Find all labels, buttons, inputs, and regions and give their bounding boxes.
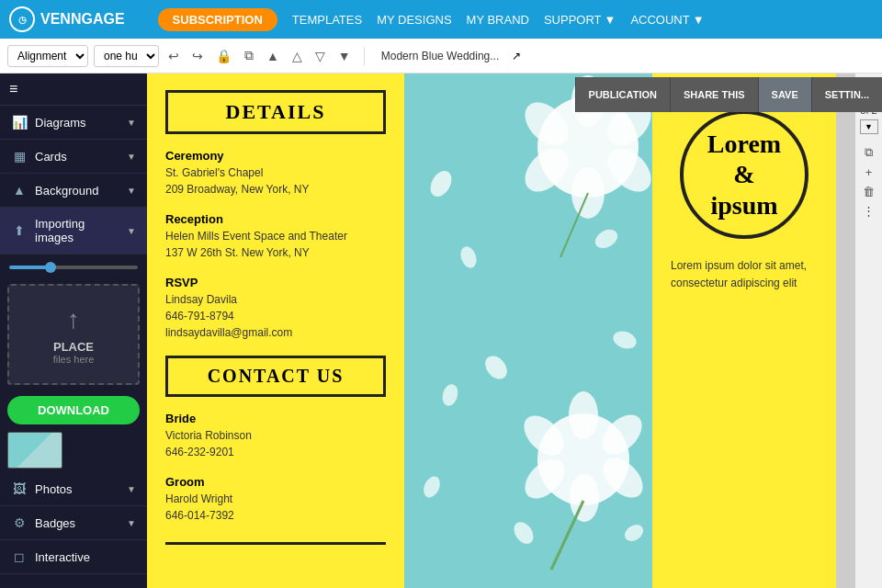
move-up-button[interactable]: ▲ [263, 47, 283, 65]
sidebar-item-interactive[interactable]: ◻ Interactive [0, 540, 147, 574]
importing-label: Importing images [35, 217, 119, 244]
canvas-area: DETAILS Ceremony St. Gabriel's Chapel 20… [147, 74, 882, 588]
sidebar-item-photos[interactable]: 🖼 Photos ▼ [0, 472, 147, 506]
importing-chevron: ▼ [127, 226, 136, 236]
copy-button[interactable]: ⧉ [241, 46, 257, 65]
importing-icon: ⬆ [11, 223, 28, 238]
download-button[interactable]: DOWNLOAD [7, 396, 140, 424]
bride-phone: 646-232-9201 [165, 444, 386, 460]
sidebar-item-background[interactable]: ▲ Background ▼ [0, 174, 147, 208]
sidebar-item-diagrams[interactable]: 📊 Diagrams ▼ [0, 106, 147, 140]
upload-arrow-icon: ↑ [67, 305, 80, 334]
more-options-button[interactable]: ⋮ [863, 204, 875, 218]
panel-yellow: DETAILS Ceremony St. Gabriel's Chapel 20… [147, 74, 404, 588]
photos-chevron: ▼ [127, 484, 136, 494]
groom-label: Groom [165, 475, 386, 489]
badges-label: Badges [35, 516, 119, 530]
undo-button[interactable]: ↩ [164, 47, 183, 65]
templates-link[interactable]: TEMPLATES [292, 13, 362, 27]
ceremony-address: 209 Broadway, New York, NY [165, 181, 386, 198]
page-tools: ⧉ + 🗑 ⋮ [863, 145, 875, 218]
zoom-slider-container [0, 254, 147, 277]
support-link[interactable]: SUPPORT ▼ [544, 13, 616, 27]
open-new-tab-icon[interactable]: ↗ [512, 50, 521, 62]
zoom-slider[interactable] [9, 266, 138, 269]
bottom-divider [165, 542, 386, 545]
page-counter: 1 out of 2 ▼ ⧉ + 🗑 ⋮ [854, 74, 882, 588]
copy-page-button[interactable]: ⧉ [865, 145, 873, 160]
account-link[interactable]: ACCOUNT ▼ [630, 13, 704, 27]
svg-point-10 [481, 352, 511, 383]
svg-point-8 [458, 244, 479, 270]
bride-label: Bride [165, 412, 386, 425]
size-select[interactable]: one hu [94, 45, 159, 67]
groom-group: Groom Harold Wright 646-014-7392 [165, 475, 386, 524]
my-brand-link[interactable]: MY BRAND [467, 13, 529, 27]
page-down-button[interactable]: ▼ [860, 119, 878, 134]
badges-icon: ⚙ [11, 515, 28, 530]
cards-icon: ▦ [11, 149, 28, 164]
background-chevron: ▼ [127, 186, 136, 196]
save-button[interactable]: SAVE [758, 77, 811, 112]
sidebar: ≡ 📊 Diagrams ▼ ▦ Cards ▼ ▲ Background ▼ … [0, 74, 147, 588]
reception-address: 137 W 26th St. New York, NY [165, 244, 386, 261]
rsvp-phone: 646-791-8794 [165, 308, 386, 324]
logo[interactable]: ◷ VENNGAGE [9, 6, 125, 32]
rsvp-group: RSVP Lindsay Davila 646-791-8794 lindsay… [165, 276, 386, 341]
photos-icon: 🖼 [11, 481, 28, 496]
sidebar-header: ≡ [0, 74, 147, 106]
svg-point-23 [510, 518, 537, 548]
ceremony-location: St. Gabriel's Chapel [165, 164, 386, 181]
svg-point-17 [570, 474, 599, 522]
my-designs-link[interactable]: MY DESIGNS [377, 13, 451, 27]
sidebar-item-cards[interactable]: ▦ Cards ▼ [0, 140, 147, 174]
filename-label: Modern Blue Wedding... [381, 50, 500, 62]
lock-button[interactable]: 🔒 [212, 47, 235, 65]
diagrams-icon: 📊 [11, 115, 28, 130]
ceremony-label: Ceremony [165, 149, 386, 163]
delete-page-button[interactable]: 🗑 [863, 185, 875, 198]
cards-chevron: ▼ [127, 152, 136, 162]
zoom-handle[interactable] [45, 262, 56, 273]
photos-label: Photos [35, 482, 119, 496]
hamburger-icon[interactable]: ≡ [9, 81, 17, 97]
ceremony-group: Ceremony St. Gabriel's Chapel 209 Broadw… [165, 149, 386, 198]
svg-point-24 [621, 521, 646, 545]
toolbar-divider [364, 47, 365, 65]
circle-logo-text: Lorem & ipsum [707, 129, 781, 221]
upload-area[interactable]: ↑ PLACE files here [7, 284, 140, 385]
toolbar: Alignment one hu ↩ ↪ 🔒 ⧉ ▲ △ ▽ ▼ Modern … [0, 39, 882, 74]
flowers-svg [404, 74, 652, 588]
sidebar-item-importing-images[interactable]: ⬆ Importing images ▼ [0, 208, 147, 254]
details-header: DETAILS [165, 90, 386, 134]
groom-name: Harold Wright [165, 491, 386, 507]
subscription-button[interactable]: SUBSCRIPTION [158, 8, 277, 31]
share-this-button[interactable]: SHARE THIS [670, 77, 758, 112]
logo-text: VENNGAGE [40, 11, 125, 28]
background-label: Background [35, 184, 119, 198]
add-page-button[interactable]: + [865, 165, 873, 179]
thumbnail-preview [7, 432, 62, 469]
logo-icon: ◷ [9, 6, 35, 32]
rsvp-email: lindsaydavilla@gmail.com [165, 324, 386, 341]
upload-text-main: PLACE [53, 340, 94, 354]
svg-point-9 [592, 226, 621, 253]
move-up-step-button[interactable]: △ [288, 47, 306, 65]
right-panel-bottom-text: Lorem ipsum dolor sit amet, consectetur … [671, 257, 818, 292]
groom-phone: 646-014-7392 [165, 507, 386, 524]
diagrams-chevron: ▼ [127, 118, 136, 128]
move-down-step-button[interactable]: ▽ [311, 47, 329, 65]
cards-label: Cards [35, 150, 119, 164]
move-down-button[interactable]: ▼ [334, 47, 355, 65]
settings-button[interactable]: SETTIN... [811, 77, 882, 112]
svg-point-11 [440, 382, 460, 407]
sidebar-item-badges[interactable]: ⚙ Badges ▼ [0, 506, 147, 540]
bride-name: Victoria Robinson [165, 427, 386, 444]
top-navigation: ◷ VENNGAGE SUBSCRIPTION TEMPLATES MY DES… [0, 0, 882, 39]
badges-chevron: ▼ [127, 518, 136, 528]
canvas-inner: DETAILS Ceremony St. Gabriel's Chapel 20… [147, 74, 882, 588]
publication-button[interactable]: PUBLICATION [575, 77, 670, 112]
redo-button[interactable]: ↪ [188, 47, 207, 65]
bride-group: Bride Victoria Robinson 646-232-9201 [165, 412, 386, 460]
alignment-select[interactable]: Alignment [7, 45, 88, 67]
